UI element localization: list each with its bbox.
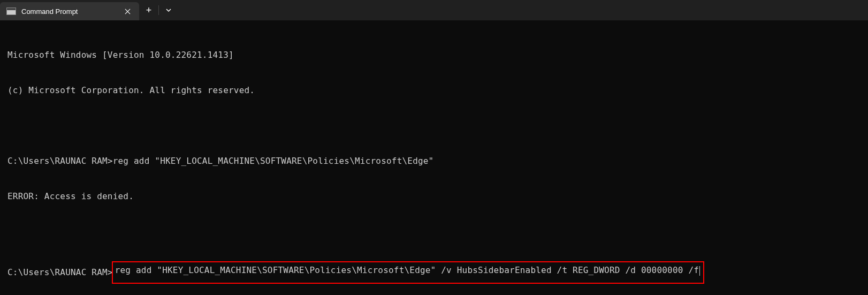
tab-command-prompt[interactable]: Command Prompt bbox=[0, 2, 139, 20]
prompt: C:\Users\RAUNAC RAM> bbox=[7, 267, 113, 278]
terminal-area[interactable]: Microsoft Windows [Version 10.0.22621.14… bbox=[0, 20, 868, 295]
cmd-icon bbox=[6, 7, 16, 15]
tab-title: Command Prompt bbox=[21, 7, 117, 16]
new-tab-button[interactable]: + bbox=[139, 0, 158, 20]
titlebar: Command Prompt + bbox=[0, 0, 868, 20]
highlighted-command: reg add "HKEY_LOCAL_MACHINE\SOFTWARE\Pol… bbox=[112, 261, 704, 284]
blank-line bbox=[7, 120, 861, 132]
prompt: C:\Users\RAUNAC RAM> bbox=[7, 156, 113, 166]
command-line-1: C:\Users\RAUNAC RAM>reg add "HKEY_LOCAL_… bbox=[7, 155, 861, 167]
tab-dropdown-button[interactable] bbox=[159, 0, 178, 20]
command-line-2: C:\Users\RAUNAC RAM>reg add "HKEY_LOCAL_… bbox=[7, 261, 861, 284]
copyright-line: (c) Microsoft Corporation. All rights re… bbox=[7, 85, 861, 96]
blank-line bbox=[7, 226, 861, 238]
close-icon[interactable] bbox=[122, 6, 133, 17]
command-text: reg add "HKEY_LOCAL_MACHINE\SOFTWARE\Pol… bbox=[113, 156, 434, 166]
version-line: Microsoft Windows [Version 10.0.22621.14… bbox=[7, 49, 861, 61]
text-cursor bbox=[699, 266, 700, 276]
error-line: ERROR: Access is denied. bbox=[7, 191, 861, 202]
command-text: reg add "HKEY_LOCAL_MACHINE\SOFTWARE\Pol… bbox=[115, 265, 699, 275]
